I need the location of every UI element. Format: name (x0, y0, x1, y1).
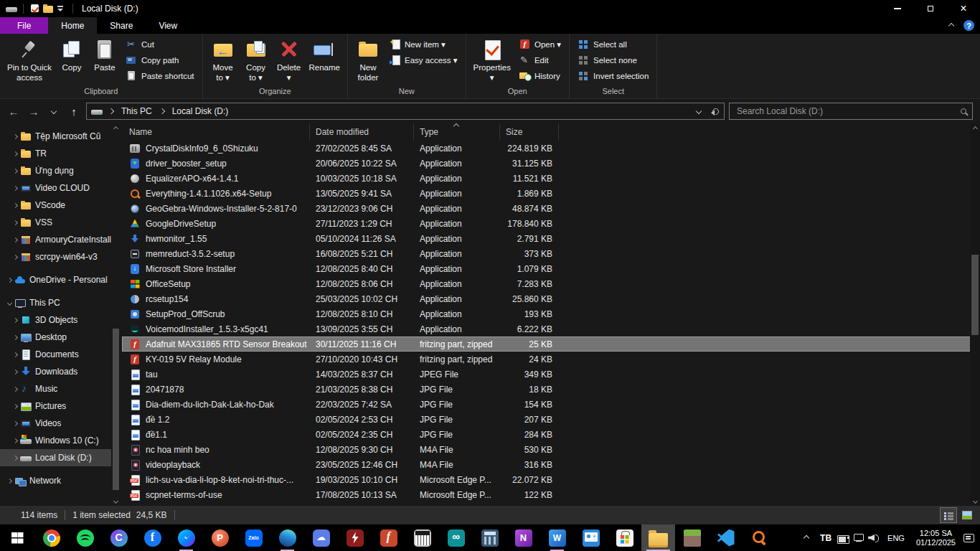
taskbar-minecraft[interactable] (675, 524, 709, 551)
file-row[interactable]: hwmonitor_1.5505/10/2024 11:26 SAApplica… (122, 231, 980, 246)
list-scrollbar[interactable] (970, 123, 980, 506)
scroll-down-icon[interactable] (111, 496, 121, 506)
sidebar-item-desktop[interactable]: Desktop (0, 329, 121, 346)
sidebar-item-scrcpy-win64-v3[interactable]: scrcpy-win64-v3 (0, 248, 121, 265)
taskbar-piano-app[interactable] (405, 524, 439, 551)
new-item-button[interactable]: New item ▾ (385, 37, 462, 52)
file-row[interactable]: videoplayback23/05/2025 12:46 CHM4A File… (122, 457, 980, 472)
scrollbar-thumb[interactable] (971, 255, 979, 335)
taskbar-chrome[interactable] (34, 524, 68, 551)
tab-view[interactable]: View (146, 17, 190, 34)
tab-home[interactable]: Home (48, 17, 97, 34)
taskbar-spotify[interactable] (68, 524, 102, 551)
taskbar-microsoft-store[interactable] (608, 524, 641, 551)
tab-file[interactable]: File (0, 17, 48, 34)
forward-button[interactable]: → (26, 103, 42, 120)
scrollbar-thumb[interactable] (113, 329, 119, 490)
file-row[interactable]: SetupProd_OffScrub12/08/2025 8:10 CHAppl… (122, 306, 980, 321)
taskbar-powerpoint[interactable] (203, 524, 237, 551)
select-none-button[interactable]: Select none (573, 52, 653, 68)
taskbar-start-button[interactable] (0, 524, 34, 551)
taskbar-facebook[interactable] (136, 524, 169, 551)
sidebar-item-local-disk-d[interactable]: Local Disk (D:) (0, 449, 121, 466)
file-row[interactable]: VoicemodInstaller_1.5.3-x5gc4113/09/2025… (122, 321, 980, 336)
language-indicator[interactable]: ENG (883, 534, 909, 542)
paste-shortcut-button[interactable]: Paste shortcut (121, 68, 199, 84)
address-box[interactable]: This PCLocal Disk (D:) (86, 103, 725, 120)
file-row[interactable]: nc hoa minh beo12/08/2025 9:30 CHM4A Fil… (122, 442, 980, 457)
large-icons-view-button[interactable] (958, 507, 976, 523)
search-input[interactable] (735, 105, 956, 117)
sidebar-item-music[interactable]: Music (0, 380, 121, 397)
easy-access-button[interactable]: Easy access ▾ (385, 52, 462, 68)
network-icon[interactable] (853, 532, 865, 544)
sidebar-item-pictures[interactable]: Pictures (0, 397, 121, 415)
column-header-name[interactable]: Name (122, 123, 310, 141)
taskbar-calculator[interactable] (473, 524, 507, 551)
file-row[interactable]: đề 1.202/05/2024 2:53 CHJPG File207 KB (122, 412, 980, 427)
file-row[interactable]: Dia-diem-du-lich-Dak-Lak-ho-Dak22/03/202… (122, 397, 980, 412)
column-header-type[interactable]: Type (414, 123, 500, 141)
copy-to-button[interactable]: Copyto ▾ (240, 36, 273, 83)
properties-check-icon[interactable] (29, 3, 41, 14)
file-row[interactable]: memreduct-3.5.2-setup16/08/2025 5:21 CHA… (122, 246, 980, 261)
file-row[interactable]: KY-019 5V Relay Module27/10/2020 10:43 C… (122, 352, 980, 367)
file-row[interactable]: GoogleDriveSetup27/11/2023 1:29 CHApplic… (122, 216, 980, 231)
taskbar-cloud-app[interactable] (304, 524, 338, 551)
scroll-up-icon[interactable] (111, 123, 121, 133)
sidebar-item-network[interactable]: Network (0, 472, 121, 489)
select-all-button[interactable]: Select all (573, 37, 653, 52)
restore-button[interactable] (914, 0, 947, 17)
taskbar-everything-search[interactable] (743, 524, 776, 551)
close-button[interactable]: × (947, 0, 980, 17)
rename-button[interactable]: Rename (306, 36, 344, 73)
edit-button[interactable]: Edit (514, 52, 565, 68)
sidebar-item-armourycrateinstaller[interactable]: ArmouryCrateInstaller (0, 231, 121, 248)
copy-button[interactable]: Copy (55, 36, 88, 73)
sidebar-item-vss[interactable]: VSS (0, 214, 121, 231)
tray-expand-button[interactable] (798, 532, 814, 544)
taskbar-onenote[interactable] (507, 524, 540, 551)
file-row[interactable]: driver_booster_setup20/06/2025 10:22 SAA… (122, 156, 980, 171)
taskbar-zalo[interactable] (237, 524, 270, 551)
new-folder-button[interactable]: Newfolder (352, 36, 385, 83)
help-icon[interactable]: ? (963, 20, 974, 31)
taskbar-arduino[interactable] (439, 524, 473, 551)
column-header-size[interactable]: Size (500, 123, 559, 141)
ribbon-collapse-icon[interactable] (948, 22, 954, 28)
sidebar-item-documents[interactable]: Documents (0, 346, 121, 363)
back-button[interactable]: ← (6, 103, 22, 120)
sidebar-item-video-cloud[interactable]: Video CLOUD (0, 179, 121, 197)
sidebar-item-videos[interactable]: Videos (0, 415, 121, 432)
delete-button[interactable]: Delete▾ (273, 36, 306, 83)
taskbar-vscode[interactable] (709, 524, 743, 551)
battery-icon[interactable] (837, 532, 850, 544)
details-view-button[interactable] (940, 507, 957, 523)
taskbar-word[interactable] (540, 524, 574, 551)
sidebar-item-this-pc[interactable]: This PC (0, 294, 121, 311)
breadcrumb-segment-this-pc[interactable]: This PC (120, 105, 154, 118)
sidebar-scrollbar[interactable] (111, 123, 121, 506)
sidebar-item-onedrive-personal[interactable]: OneDrive - Personal (0, 271, 121, 288)
file-row[interactable]: Everything-1.4.1.1026.x64-Setup13/05/202… (122, 186, 980, 201)
up-button[interactable]: ↑ (66, 103, 82, 120)
file-row[interactable]: Adafruit MAX31865 RTD Sensor Breakout30/… (122, 336, 980, 352)
volume-icon[interactable] (868, 533, 880, 543)
taskbar-edge[interactable] (270, 524, 304, 551)
taskbar-canva[interactable] (102, 524, 136, 551)
tab-share[interactable]: Share (97, 17, 146, 34)
sidebar-item-windows-10-c[interactable]: Windows 10 (C:) (0, 432, 121, 449)
column-header-date-modified[interactable]: Date modified (310, 123, 414, 141)
taskbar-fritzing[interactable] (372, 524, 405, 551)
taskbar-messenger[interactable] (169, 524, 203, 551)
open-button[interactable]: Open ▾ (514, 37, 565, 52)
search-box[interactable] (729, 103, 973, 120)
minimize-button[interactable] (881, 0, 914, 17)
action-center-icon[interactable] (963, 532, 976, 544)
breadcrumb-segment-local-disk-d[interactable]: Local Disk (D:) (171, 105, 230, 118)
file-row[interactable]: lich-su-va-dia-li-lop-8-ket-noi-tri-thuc… (122, 472, 980, 487)
toolbar-caret-icon[interactable] (55, 3, 67, 14)
cut-button[interactable]: Cut (121, 37, 199, 52)
file-row[interactable]: EqualizerAPO-x64-1.4.110/03/2025 10:18 S… (122, 171, 980, 186)
sidebar-item-ng-d-ng[interactable]: Ứng dụng (0, 162, 121, 179)
